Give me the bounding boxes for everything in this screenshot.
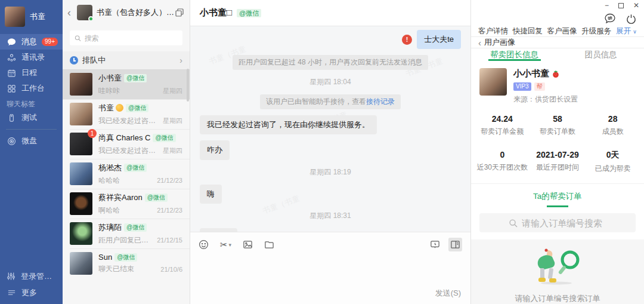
chat-header: 小书童□ @微信 [190, 0, 470, 26]
queue-row[interactable]: 排队中 › [63, 51, 190, 69]
wechat-tag: @微信 [114, 253, 137, 262]
sidebar-item-工作台[interactable]: 工作台 [0, 81, 63, 96]
sidebar-item-消息[interactable]: 消息99+ [0, 34, 63, 50]
order-search-input[interactable] [522, 218, 606, 228]
screenshot-icon[interactable]: ✂▾ [220, 240, 231, 249]
orders-empty-state: 请输入订单编号搜索订单 [471, 239, 644, 304]
maximize-button[interactable] [618, 3, 624, 8]
stat-cell: 58帮卖订单数 [530, 114, 586, 137]
contact-name: 书童 [98, 103, 114, 113]
chat-list-item[interactable]: 小书童@微信哇咔咔星期四 [63, 69, 190, 99]
sidebar-item-label: 通讯录 [21, 52, 45, 63]
avatar [70, 103, 92, 125]
expand-button[interactable]: 展开 ∨ [616, 26, 637, 36]
stat-value: 58 [530, 114, 586, 124]
contact-name: 蔡祥宾Aaron [98, 192, 143, 203]
image-icon[interactable] [243, 239, 253, 250]
minimize-button[interactable]: − [605, 2, 609, 9]
breadcrumb[interactable]: ‹ 用户画像 [471, 37, 644, 48]
group-avatar [77, 5, 92, 20]
sidebar-footer-登录管理后台...[interactable]: 登录管理后台... [0, 268, 63, 284]
panel-tab-快捷回复[interactable]: 快捷回复 [513, 26, 543, 36]
order-search-box[interactable] [479, 213, 636, 232]
sidebar-item-微盘[interactable]: 微盘 [0, 133, 63, 149]
stat-label: 已成为帮卖 [585, 164, 640, 174]
incoming-bubble[interactable]: 咋办 [200, 140, 230, 159]
profile-tabs: 帮卖团长信息团员信息 [471, 48, 644, 61]
send-button[interactable]: 发送(S) [435, 288, 461, 299]
scrollbar-thumb[interactable] [187, 69, 189, 102]
window-controls: − ✕ [595, 2, 639, 9]
chat-history-icon[interactable] [430, 239, 440, 250]
panel-tab-客户详情[interactable]: 客户详情 [478, 26, 508, 36]
profile-tab-帮卖团长信息[interactable]: 帮卖团长信息 [471, 48, 558, 61]
incoming-bubble[interactable]: 嗨 [200, 185, 222, 204]
user-avatar[interactable] [5, 7, 25, 27]
search-box[interactable] [70, 30, 182, 45]
sidebar-footer-更多[interactable]: 更多 [0, 284, 63, 300]
transfer-chat-icon[interactable] [604, 13, 616, 24]
outgoing-bubble[interactable]: 士大夫te [417, 30, 461, 49]
sidebar-item-测试[interactable]: 测试 [0, 110, 63, 125]
customer-avatar [479, 68, 507, 96]
message-row-outgoing: !士大夫te [200, 30, 461, 49]
wechat-tag: @微信 [124, 223, 147, 232]
chat-list-item[interactable]: Sun@微信聊天已结束21/10/6 [63, 248, 190, 278]
sidebar-item-通讯录[interactable]: 通讯录 [0, 50, 63, 65]
sidebar-profile[interactable]: 书童 [0, 0, 63, 31]
panel-tab-升级服务[interactable]: 升级服务 [581, 26, 611, 36]
panel-tab-客户画像[interactable]: 客户画像 [547, 26, 577, 36]
sidebar-item-label: 日程 [21, 67, 37, 78]
sidebar-nav: 消息99+通讯录日程工作台聊天标签测试微盘 [0, 31, 63, 149]
send-failed-icon[interactable]: ! [402, 35, 412, 45]
chat-list-item[interactable]: 蔡祥宾Aaron@微信啊哈哈21/12/23 [63, 189, 190, 219]
orders-tab[interactable]: Ta的帮卖订单 [533, 191, 582, 202]
stat-value: 28 [585, 114, 640, 124]
emoji-icon[interactable] [199, 239, 209, 250]
contact-name: 杨淞杰 [98, 162, 122, 173]
nav-divider [6, 129, 57, 130]
chat-list-item[interactable]: 1尚真 Charles C@微信我已经发起过咨询了，...星期四 [63, 129, 190, 159]
message-preview: 我已经发起过咨询了，... [98, 146, 159, 156]
contact-name: 苏璃陌 [98, 222, 122, 233]
search-input[interactable] [85, 34, 178, 42]
back-icon[interactable]: ‹ [67, 7, 76, 18]
chat-list-item[interactable]: 书童@微信我已经发起过咨询了，...星期四 [63, 99, 190, 129]
more-icon [7, 288, 16, 297]
avatar [70, 222, 92, 245]
message-preview: 啊哈哈 [98, 205, 153, 216]
timestamp: 21/10/6 [160, 266, 182, 273]
incoming-bubble[interactable]: 我已经发起过咨询了，现在由你继续提供服务。 [200, 115, 377, 134]
chat-list-item[interactable]: 杨淞杰@微信哈哈哈21/12/23 [63, 159, 190, 189]
contact-name: 尚真 Charles C [98, 133, 150, 143]
power-icon[interactable] [626, 13, 637, 24]
system-message-text: 该用户已由智能助手接待，查看 [266, 97, 366, 106]
sidebar-item-日程[interactable]: 日程 [0, 65, 63, 81]
search-icon [509, 219, 518, 228]
time-row: 星期四 18:31 [200, 210, 461, 222]
folder-icon[interactable] [264, 239, 274, 250]
timestamp: 星期四 [163, 116, 182, 125]
search-person-illustration [525, 245, 590, 286]
message-row-incoming: 我已经发起过咨询了，现在由你继续提供服务。 [200, 115, 461, 134]
reception-record-link[interactable]: 接待记录 [366, 97, 395, 106]
stat-value: 24.24 [475, 114, 530, 124]
system-message-row: 距用户回复已超过 48 小时，用户再次回复前无法发送消息 [200, 55, 461, 70]
queue-clock-icon [70, 56, 78, 65]
timestamp: 21/12/23 [157, 207, 182, 214]
profile-tab-团员信息[interactable]: 团员信息 [558, 48, 644, 61]
sidebar-item-label: 登录管理后台... [21, 271, 58, 282]
unread-badge: 99+ [42, 38, 58, 46]
close-button[interactable]: ✕ [633, 2, 639, 9]
side-panel-toggle-icon[interactable] [448, 238, 462, 251]
stats-grid: 24.24帮卖订单金额58帮卖订单数28成员数0近30天开团次数2021-07-… [471, 109, 644, 183]
drive-icon [7, 136, 16, 146]
smiley-emoji [116, 104, 123, 112]
stat-cell: 0天已成为帮卖 [585, 150, 640, 174]
message-row-incoming: 嗨 [200, 185, 461, 204]
popout-icon[interactable] [175, 8, 184, 17]
user-name: 书童 [30, 11, 45, 22]
timestamp: 星期四 [163, 87, 182, 96]
stat-label: 成员数 [585, 127, 640, 137]
chat-list-item[interactable]: 苏璃陌@微信距用户回复已超过 48 ...21/12/15 [63, 219, 190, 248]
